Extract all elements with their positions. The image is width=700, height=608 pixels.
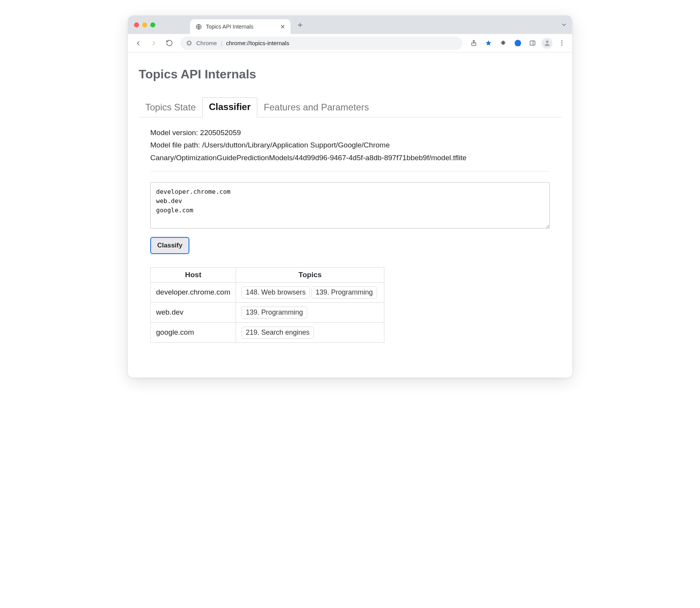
tab-close-icon[interactable]: ✕ xyxy=(280,23,285,30)
svg-point-4 xyxy=(515,40,521,46)
table-cell-host: google.com xyxy=(151,322,236,342)
forward-button[interactable] xyxy=(147,37,160,50)
page-content: Topics API Internals Topics State Classi… xyxy=(128,53,572,378)
table-row: web.dev139. Programming xyxy=(151,302,384,322)
table-cell-host: developer.chrome.com xyxy=(151,282,236,302)
table-cell-topics: 219. Search engines xyxy=(236,322,384,342)
table-header-topics: Topics xyxy=(236,267,384,282)
svg-point-10 xyxy=(561,45,562,46)
table-cell-topics: 148. Web browsers139. Programming xyxy=(236,282,384,302)
bookmark-star-icon[interactable] xyxy=(482,37,495,50)
model-info: Model version: 2205052059 Model file pat… xyxy=(150,127,550,171)
classifier-panel: Model version: 2205052059 Model file pat… xyxy=(139,117,561,347)
kebab-menu-icon[interactable] xyxy=(555,37,568,50)
globe-icon xyxy=(195,24,202,30)
browser-window: Topics API Internals ✕ ＋ Chrome | chrome… xyxy=(128,15,572,378)
tabs-dropdown-icon[interactable] xyxy=(561,21,567,28)
window-maximize-button[interactable] xyxy=(150,22,155,27)
svg-point-9 xyxy=(561,42,562,44)
window-controls xyxy=(134,22,155,27)
window-close-button[interactable] xyxy=(134,22,139,27)
table-cell-host: web.dev xyxy=(151,302,236,322)
results-table: Host Topics developer.chrome.com148. Web… xyxy=(150,267,384,343)
topic-chip: 148. Web browsers xyxy=(241,286,310,298)
model-version-label: Model version: xyxy=(150,129,198,137)
browser-tab-title: Topics API Internals xyxy=(206,24,253,30)
new-tab-button[interactable]: ＋ xyxy=(296,19,304,30)
topic-chip: 139. Programming xyxy=(311,286,377,298)
model-version-value: 2205052059 xyxy=(200,129,241,137)
svg-rect-5 xyxy=(530,41,535,45)
browser-tab[interactable]: Topics API Internals ✕ xyxy=(190,19,291,34)
classify-button[interactable]: Classify xyxy=(150,237,189,254)
svg-point-8 xyxy=(561,41,562,42)
topic-chip: 139. Programming xyxy=(241,307,307,318)
page-title: Topics API Internals xyxy=(139,67,561,81)
omnibox-path: chrome://topics-internals xyxy=(226,40,289,46)
labs-icon[interactable] xyxy=(511,37,524,50)
profile-button[interactable] xyxy=(540,37,554,50)
tab-features-parameters[interactable]: Features and Parameters xyxy=(257,98,375,117)
table-row: developer.chrome.com148. Web browsers139… xyxy=(151,282,384,302)
back-button[interactable] xyxy=(132,37,145,50)
table-cell-topics: 139. Programming xyxy=(236,302,384,322)
omnibox-origin: Chrome xyxy=(196,40,217,46)
table-row: google.com219. Search engines xyxy=(151,322,384,342)
svg-point-7 xyxy=(546,41,548,43)
results-tbody: developer.chrome.com148. Web browsers139… xyxy=(151,282,384,342)
extensions-icon[interactable] xyxy=(496,37,510,50)
chrome-icon xyxy=(186,40,192,46)
titlebar: Topics API Internals ✕ ＋ xyxy=(128,15,572,34)
svg-point-2 xyxy=(188,42,190,44)
reload-button[interactable] xyxy=(163,37,176,50)
avatar-icon xyxy=(542,38,552,49)
omnibox[interactable]: Chrome | chrome://topics-internals xyxy=(180,37,462,50)
tab-topics-state[interactable]: Topics State xyxy=(139,98,202,117)
hosts-textarea[interactable] xyxy=(150,182,550,229)
tab-classifier[interactable]: Classifier xyxy=(202,97,257,117)
window-minimize-button[interactable] xyxy=(142,22,147,27)
toolbar-right xyxy=(467,37,568,50)
omnibox-separator: | xyxy=(221,40,222,46)
share-button[interactable] xyxy=(467,37,480,50)
side-panel-icon[interactable] xyxy=(526,37,539,50)
page-tabs: Topics State Classifier Features and Par… xyxy=(139,97,561,117)
table-header-host: Host xyxy=(151,267,236,282)
model-path-label: Model file path: xyxy=(150,141,200,149)
toolbar: Chrome | chrome://topics-internals xyxy=(128,34,572,53)
topic-chip: 219. Search engines xyxy=(241,327,314,339)
